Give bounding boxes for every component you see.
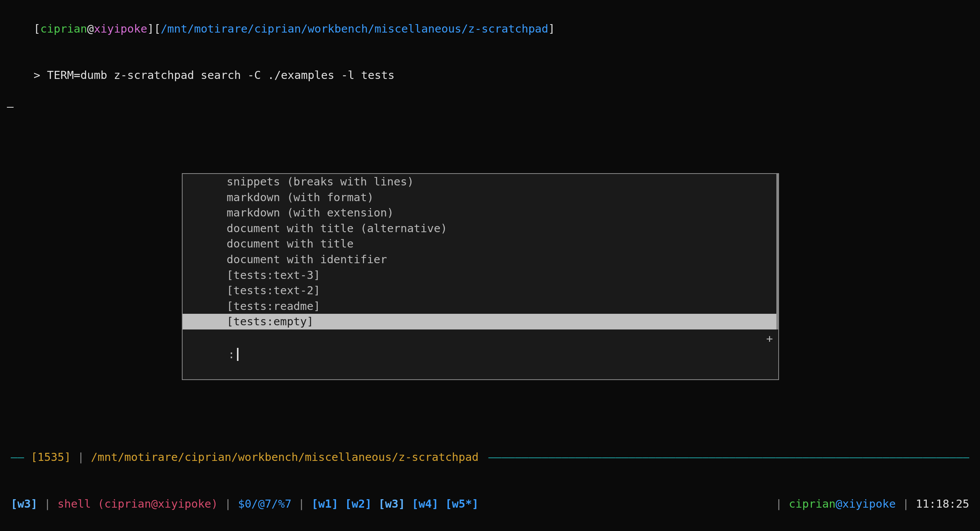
bracket-close-1: ] bbox=[147, 22, 154, 35]
command-text: TERM=dumb z-scratchpad search -C ./examp… bbox=[47, 69, 395, 82]
popup-scrollbar[interactable] bbox=[776, 174, 778, 329]
status-separator: | bbox=[896, 496, 916, 512]
window-tab-4[interactable]: [w4] bbox=[412, 496, 439, 512]
popup-item[interactable]: document with title bbox=[183, 236, 778, 252]
status-bar: —— [1535] | /mnt/motirare/ciprian/workbe… bbox=[0, 418, 980, 527]
bracket-close-2: ] bbox=[548, 22, 555, 35]
popup-item[interactable]: document with title (alternative) bbox=[183, 221, 778, 236]
prompt-host: xiyipoke bbox=[94, 22, 147, 35]
status-dash-fill: ————————————————————————————————————————… bbox=[479, 449, 969, 465]
popup-item[interactable]: [tests:text-2] bbox=[183, 283, 778, 298]
bracket-open-1: [ bbox=[34, 22, 40, 35]
popup-item[interactable]: document with identifier bbox=[183, 252, 778, 267]
status-path: /mnt/motirare/ciprian/workbench/miscella… bbox=[91, 449, 479, 465]
popup-item[interactable]: snippets (breaks with lines) bbox=[183, 174, 778, 190]
popup-item[interactable]: [tests:text-3] bbox=[183, 267, 778, 283]
popup-input-row[interactable]: : + bbox=[183, 329, 778, 379]
bracket-open-2: [ bbox=[154, 22, 160, 35]
cursor-line: – bbox=[7, 99, 973, 115]
status-clock: 11:18:25 bbox=[916, 496, 969, 512]
popup-input-caret bbox=[237, 348, 238, 361]
status-row-2: [w3] | shell (ciprian@xiyipoke) | $0/@7/… bbox=[11, 496, 969, 512]
window-tab-1[interactable]: [w1] bbox=[312, 496, 338, 512]
current-window-tag: [w3] bbox=[11, 496, 38, 512]
terminal-area[interactable]: [ciprian@xiyipoke][/mnt/motirare/ciprian… bbox=[0, 0, 980, 120]
prompt-path: /mnt/motirare/ciprian/workbench/miscella… bbox=[161, 22, 549, 35]
status-row-1: —— [1535] | /mnt/motirare/ciprian/workbe… bbox=[11, 449, 969, 465]
prompt-at: @ bbox=[87, 22, 94, 35]
window-tab-2[interactable]: [w2] bbox=[345, 496, 372, 512]
popup-item-selected[interactable]: [tests:empty] bbox=[183, 314, 778, 329]
status-host: xiyipoke bbox=[842, 496, 896, 512]
status-user: ciprian bbox=[789, 496, 836, 512]
prompt-user: ciprian bbox=[40, 22, 87, 35]
command-line: > TERM=dumb z-scratchpad search -C ./exa… bbox=[7, 52, 973, 99]
window-tab-3[interactable]: [w3] bbox=[378, 496, 405, 512]
popup-input-prefix: : bbox=[228, 348, 235, 361]
status-separator: | bbox=[291, 496, 311, 512]
session-counts: $0/@7/%7 bbox=[238, 496, 292, 512]
status-session-number: [1535] bbox=[31, 449, 71, 465]
popup-item[interactable]: markdown (with extension) bbox=[183, 205, 778, 221]
popup-list: snippets (breaks with lines) markdown (w… bbox=[183, 174, 778, 329]
status-separator: | bbox=[218, 496, 238, 512]
status-at: @ bbox=[836, 496, 842, 512]
prompt-indicator: > bbox=[34, 69, 47, 82]
search-popup[interactable]: snippets (breaks with lines) markdown (w… bbox=[182, 173, 779, 380]
shell-label: shell bbox=[57, 496, 98, 512]
status-dash-lead: —— bbox=[11, 449, 31, 465]
status-separator: | bbox=[38, 496, 57, 512]
window-tab-5[interactable]: [w5*] bbox=[445, 496, 479, 512]
popup-item[interactable]: [tests:readme] bbox=[183, 298, 778, 314]
prompt-line-1: [ciprian@xiyipoke][/mnt/motirare/ciprian… bbox=[7, 5, 973, 52]
popup-plus-icon: + bbox=[766, 331, 773, 378]
status-separator: | bbox=[776, 496, 789, 512]
popup-item[interactable]: markdown (with format) bbox=[183, 190, 778, 205]
shell-session: (ciprian@xiyipoke) bbox=[98, 496, 218, 512]
status-separator: | bbox=[71, 449, 91, 465]
